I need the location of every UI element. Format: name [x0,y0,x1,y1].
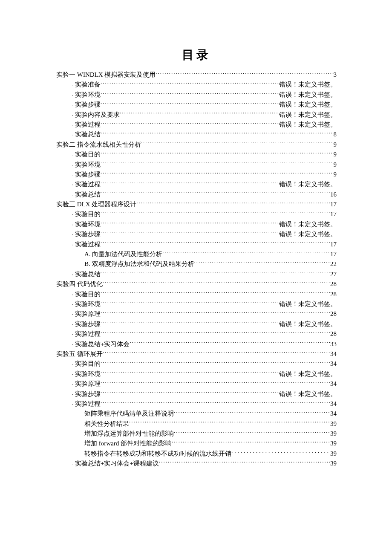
toc-page-ref: 错误！未定义书签。 [279,120,337,130]
leader-dots [136,200,330,206]
leader-dots [101,390,279,396]
toc-entry[interactable]: A. 向量加法代码及性能分析17 [56,249,337,259]
toc-entry[interactable]: ·实验过程34 [56,399,337,409]
toc-entry[interactable]: ·实验总结+实习体会+课程建议39 [56,459,337,468]
leader-dots [156,70,333,77]
toc-entry[interactable]: 实验一 WINDLX 模拟器安装及使用3 [56,70,337,80]
toc-page-ref: 39 [330,459,337,468]
toc-page-ref: 27 [330,269,337,279]
bullet-icon: · [70,321,75,329]
bullet-icon: · [70,241,75,249]
bullet-icon: · [70,271,75,279]
toc-entry[interactable]: B. 双精度浮点加法求和代码及结果分析22 [56,259,337,269]
toc-entry[interactable]: ·实验目的34 [56,359,337,369]
toc-entry[interactable]: ·实验环境错误！未定义书签。 [56,369,337,379]
bullet-icon: · [70,181,75,189]
toc-page-ref: 34 [330,409,337,419]
toc-entry[interactable]: ·实验环境错误！未定义书签。 [56,90,337,100]
toc-entry[interactable]: ·实验过程错误！未定义书签。 [56,179,337,189]
leader-dots [101,379,330,386]
leader-dots [174,409,330,416]
toc-entry[interactable]: ·实验环境9 [56,160,337,170]
toc-entry[interactable]: ·实验步骤错误！未定义书签。 [56,319,337,329]
toc-entry[interactable]: ·实验目的28 [56,289,337,299]
toc-entry[interactable]: ·实验原理28 [56,309,337,319]
toc-label: 实验总结 [75,269,101,279]
toc-entry[interactable]: 增加浮点运算部件对性能的影响39 [56,429,337,439]
bullet-icon: · [70,171,75,179]
toc-entry[interactable]: ·实验过程错误！未定义书签。 [56,120,337,130]
bullet-icon: · [70,310,75,318]
leader-dots [101,210,330,216]
leader-dots [101,180,279,186]
bullet-icon: · [70,121,75,129]
toc-entry[interactable]: ·实验过程28 [56,329,337,339]
bullet-icon: · [70,91,75,99]
leader-dots [172,439,330,445]
toc-entry[interactable]: ·实验步骤错误！未定义书签。 [56,100,337,110]
toc-entry[interactable]: ·实验原理34 [56,379,337,389]
toc-page-ref: 28 [330,329,337,339]
toc-label: 实验原理 [75,309,101,319]
toc-label: 实验总结+实习体会 [75,339,130,349]
toc-entry[interactable]: ·实验总结27 [56,269,337,279]
bullet-icon: · [70,460,75,468]
leader-dots [101,80,279,87]
toc-entry[interactable]: ·实验总结+实习体会33 [56,339,337,349]
bullet-icon: · [70,81,75,89]
bullet-icon: · [70,151,75,159]
leader-dots [101,230,279,236]
toc-entry[interactable]: 实验五 循环展开34 [56,349,337,359]
toc-label: 实验目的 [75,289,101,299]
toc-page-ref: 17 [330,199,337,209]
toc-label: 实验四 代码优化 [56,279,103,289]
toc-entry[interactable]: ·实验准备错误！未定义书签。 [56,80,337,90]
bullet-icon: · [70,341,75,349]
toc-entry[interactable]: ·实验环境错误！未定义书签。 [56,220,337,229]
toc-page-ref: 28 [330,279,337,289]
toc-entry[interactable]: 相关性分析结果39 [56,419,337,429]
toc-label: 实验步骤 [75,100,101,110]
toc-entry[interactable]: 转移指令在转移成功和转移不成功时候的流水线开销39 [56,449,337,459]
table-of-contents: 实验一 WINDLX 模拟器安装及使用3·实验准备错误！未定义书签。·实验环境错… [56,70,337,469]
toc-page-ref: 错误！未定义书签。 [279,229,337,239]
toc-entry[interactable]: ·实验环境错误！未定义书签。 [56,299,337,309]
toc-entry[interactable]: 实验二 指令流水线相关性分析9 [56,140,337,150]
leader-dots [103,350,330,356]
bullet-icon: · [70,291,75,299]
toc-entry[interactable]: 实验四 代码优化28 [56,279,337,289]
leader-dots [129,419,330,426]
toc-label: 实验目的 [75,359,101,369]
toc-entry[interactable]: ·实验步骤错误！未定义书签。 [56,389,337,399]
toc-label: 实验总结 [75,130,101,139]
bullet-icon: · [70,221,75,229]
toc-entry[interactable]: 矩阵乘程序代码清单及注释说明34 [56,409,337,419]
toc-page-ref: 34 [330,349,337,359]
leader-dots [101,170,334,176]
toc-entry[interactable]: ·实验总结8 [56,130,337,139]
toc-entry[interactable]: ·实验内容及要求错误！未定义书签。 [56,110,337,120]
bullet-icon: · [70,360,75,368]
toc-entry[interactable]: ·实验总结16 [56,190,337,199]
toc-page-ref: 39 [330,419,337,429]
toc-entry[interactable]: ·实验目的9 [56,150,337,159]
toc-label: 实验内容及要求 [75,110,120,120]
toc-entry[interactable]: ·实验步骤9 [56,170,337,179]
toc-label: A. 向量加法代码及性能分析 [84,249,162,259]
document-page: 目录 实验一 WINDLX 模拟器安装及使用3·实验准备错误！未定义书签。·实验… [0,0,392,555]
toc-entry[interactable]: ·实验目的17 [56,209,337,219]
bullet-icon: · [70,101,75,109]
toc-page-ref: 34 [330,399,337,409]
toc-entry[interactable]: 实验三 DLX 处理器程序设计17 [56,199,337,209]
toc-page-ref: 34 [330,379,337,389]
bullet-icon: · [70,231,75,239]
toc-entry[interactable]: ·实验步骤错误！未定义书签。 [56,229,337,239]
toc-label: 实验步骤 [75,229,101,239]
toc-page-ref: 9 [334,170,337,179]
toc-entry[interactable]: 增加 forward 部件对性能的影响39 [56,439,337,448]
leader-dots [194,260,330,266]
toc-entry[interactable]: ·实验过程17 [56,240,337,249]
bullet-icon: · [70,111,75,119]
toc-page-ref: 34 [330,359,337,369]
toc-page-ref: 3 [334,70,337,80]
